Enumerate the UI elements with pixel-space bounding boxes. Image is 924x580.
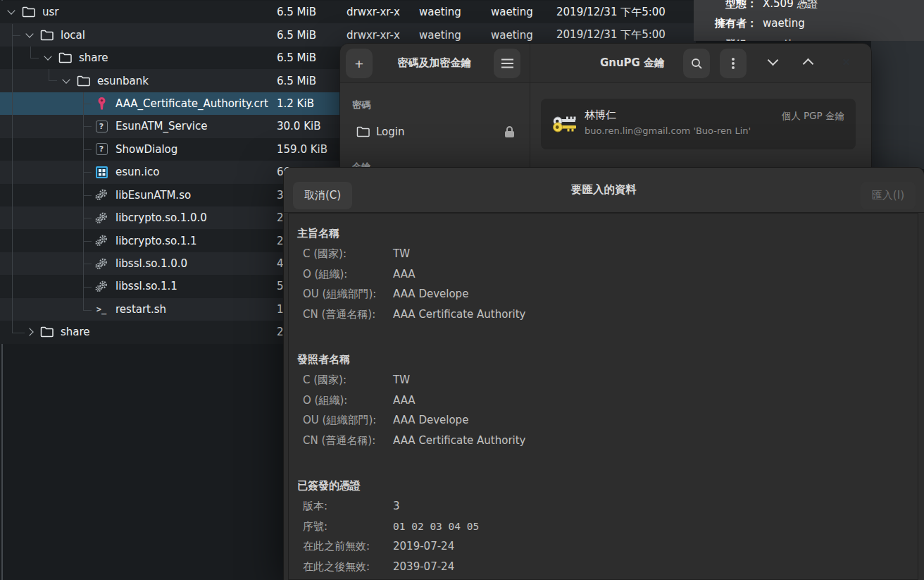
field-label: 序號: (303, 517, 393, 537)
keyring-folder-icon (356, 125, 370, 139)
plus-icon: + (355, 56, 363, 71)
folder-icon (58, 51, 72, 65)
scroll-down-button[interactable] (769, 56, 777, 66)
hamburger-icon (501, 63, 513, 65)
file-permissions: drwxr-xr-x (346, 29, 400, 42)
shared-library-icon (94, 234, 108, 248)
sidebar-item-label: Login (376, 125, 505, 138)
property-value: waeting (763, 16, 805, 31)
file-permissions: drwxr-xr-x (346, 6, 400, 18)
section-heading-subject: 主旨名稱 (297, 223, 918, 244)
shared-library-icon (94, 257, 108, 271)
add-key-button[interactable]: + (346, 49, 373, 78)
file-name: local (61, 29, 85, 42)
property-label: 擁有者： (699, 16, 757, 31)
file-size: 3 (277, 189, 284, 202)
file-owner: waeting (419, 29, 461, 42)
shell-script-icon: >_ (94, 302, 108, 316)
more-options-button[interactable] (720, 49, 747, 78)
file-name: AAA_Certificate_Authority.crt (116, 97, 268, 110)
import-dialog: 要匯入的資料 取消(C) 匯入(I) 主旨名稱 C (國家):TW O (組織)… (284, 168, 924, 580)
file-modified: 2019/12/31 下午5:00 (556, 28, 666, 42)
sidebar-item-login[interactable]: Login (346, 120, 524, 144)
pane-separator (530, 44, 530, 179)
property-label: 型態： (699, 0, 757, 11)
file-size: 5 (277, 280, 284, 292)
property-value: waeting (763, 37, 805, 41)
app-title: 密碼及加密金鑰 (377, 44, 492, 82)
expander-open-icon[interactable] (7, 7, 15, 15)
file-modified: 2019/12/31 下午5:00 (556, 6, 666, 19)
chevron-up-icon (803, 58, 814, 70)
file-size: 2 (277, 211, 284, 224)
folder-icon (39, 28, 54, 42)
search-button[interactable] (683, 49, 710, 78)
field-value: TW (393, 244, 410, 264)
file-name: esun.ico (116, 166, 159, 178)
field-value: 3 (393, 496, 400, 517)
image-file-icon (94, 165, 108, 179)
file-name: restart.sh (116, 303, 166, 316)
lock-icon (505, 126, 514, 137)
file-name: libssl.so.1.1 (116, 280, 177, 292)
tree-row-usr[interactable]: usr 6.5 MiB drwxr-xr-x waeting waeting 2… (0, 1, 696, 23)
field-label: CN (普通名稱): (303, 431, 393, 451)
file-size: 2 (277, 326, 284, 338)
file-size: 6.5 MiB (277, 6, 316, 18)
field-label: 在此之前無效: (303, 536, 393, 557)
field-value: AAA (393, 264, 416, 285)
file-size: 30.0 KiB (277, 120, 320, 132)
file-size: 1 (277, 303, 284, 316)
section-heading-issuer: 發照者名稱 (297, 350, 918, 370)
pgp-key-card[interactable]: 林博仁 buo.ren.lin@gmail.com 'Buo-ren Lin' … (541, 99, 856, 149)
search-icon (691, 58, 703, 70)
serial-number-value: 01 02 03 04 05 (393, 517, 479, 537)
field-value: AAA Develope (393, 284, 468, 304)
field-value: AAA Certificate Authority (393, 431, 526, 451)
file-size: 1.2 KiB (277, 97, 314, 110)
shared-library-icon (94, 279, 108, 293)
field-value: AAA Certificate Authority (393, 304, 526, 325)
property-value: X.509 憑證 (763, 0, 818, 11)
menu-button[interactable] (494, 49, 520, 78)
scroll-up-button[interactable] (804, 56, 812, 70)
unknown-file-icon: ? (94, 119, 108, 133)
cancel-button[interactable]: 取消(C) (293, 182, 352, 209)
file-name: ShowDialog (116, 143, 177, 156)
field-value: 2019-07-24 (393, 536, 454, 557)
file-name: libssl.so.1.0.0 (116, 257, 187, 270)
dialog-title: 要匯入的資料 (284, 168, 924, 212)
file-name: share (79, 51, 108, 64)
file-name: EsunATM_Service (116, 120, 207, 132)
file-size: 4 (277, 257, 284, 270)
file-owner: waeting (419, 6, 461, 18)
expander-open-icon[interactable] (62, 75, 70, 83)
field-label: C (國家): (303, 370, 393, 390)
seahorse-window: + 密碼及加密金鑰 GnuPG 金鑰 密碼 Login 金鑰 (340, 44, 871, 179)
key-type-badge: 個人 PGP 金鑰 (782, 110, 844, 123)
file-name: libcrypto.so.1.0.0 (116, 211, 207, 224)
file-size: 6.5 MiB (277, 51, 316, 64)
tree-row-local[interactable]: local 6.5 MiB drwxr-xr-x waeting waeting… (0, 23, 696, 46)
field-label: O (組織): (303, 264, 393, 285)
import-button[interactable]: 匯入(I) (861, 182, 916, 209)
field-label: OU (組織部門): (303, 410, 393, 431)
field-label: 在此之後無效: (303, 557, 393, 577)
shared-library-icon (94, 211, 108, 225)
file-size: 159.0 KiB (277, 143, 327, 156)
expander-open-icon[interactable] (25, 30, 33, 37)
folder-icon (39, 325, 54, 339)
field-value: TW (393, 370, 410, 390)
file-name: libEsunATM.so (116, 189, 191, 202)
file-size: 2 (277, 235, 284, 247)
file-group: waeting (491, 29, 533, 42)
properties-panel: 型態： X.509 憑證 擁有者： waeting 群組： waeting (694, 0, 924, 41)
file-group: waeting (491, 6, 533, 18)
field-label: 版本: (303, 496, 393, 517)
file-name: share (61, 326, 90, 338)
window-shadow (871, 41, 924, 169)
certificate-details: 主旨名稱 C (國家):TW O (組織):AAA OU (組織部門):AAA … (288, 213, 918, 580)
expander-open-icon[interactable] (44, 52, 51, 60)
field-value: AAA (393, 390, 416, 411)
expander-closed-icon[interactable] (25, 328, 33, 336)
